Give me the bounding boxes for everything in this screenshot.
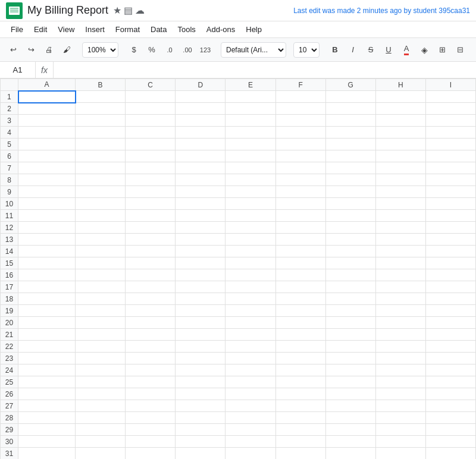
cell-B25[interactable]: [76, 376, 126, 388]
cell-C8[interactable]: [126, 174, 176, 186]
cell-H29[interactable]: [375, 424, 425, 436]
cell-G11[interactable]: [325, 210, 375, 222]
cell-H15[interactable]: [375, 257, 425, 269]
cell-A4[interactable]: [18, 127, 76, 139]
cell-E2[interactable]: [226, 103, 275, 115]
cell-G5[interactable]: [325, 139, 375, 150]
cell-I8[interactable]: [425, 174, 475, 186]
cell-A19[interactable]: [18, 305, 76, 317]
cell-H13[interactable]: [375, 234, 425, 246]
cell-A18[interactable]: [18, 293, 76, 305]
cell-C28[interactable]: [126, 412, 176, 424]
cell-I7[interactable]: [425, 162, 475, 174]
cell-H7[interactable]: [375, 162, 425, 174]
cell-H17[interactable]: [375, 281, 425, 293]
cell-G15[interactable]: [325, 257, 375, 269]
cell-G25[interactable]: [325, 376, 375, 388]
cell-C24[interactable]: [126, 364, 176, 376]
row-header-28[interactable]: 28: [1, 412, 18, 424]
cell-I26[interactable]: [425, 388, 475, 400]
cell-B26[interactable]: [76, 388, 126, 400]
cell-H21[interactable]: [375, 329, 425, 341]
cell-F18[interactable]: [275, 293, 325, 305]
col-header-B[interactable]: B: [76, 79, 126, 91]
cell-D14[interactable]: [176, 246, 226, 257]
grid-container[interactable]: ABCDEFGHI 123456789101112131415161718192…: [0, 78, 476, 459]
cell-E8[interactable]: [226, 174, 275, 186]
cell-F27[interactable]: [275, 400, 325, 412]
cell-I3[interactable]: [425, 115, 475, 127]
col-header-E[interactable]: E: [226, 79, 275, 91]
cell-B17[interactable]: [76, 281, 126, 293]
cell-I10[interactable]: [425, 198, 475, 210]
row-header-5[interactable]: 5: [1, 139, 18, 150]
row-header-17[interactable]: 17: [1, 281, 18, 293]
cell-F20[interactable]: [275, 317, 325, 329]
drive-icon[interactable]: ▤: [124, 5, 133, 16]
cell-D25[interactable]: [176, 376, 226, 388]
cell-F25[interactable]: [275, 376, 325, 388]
cell-H23[interactable]: [375, 353, 425, 364]
row-header-21[interactable]: 21: [1, 329, 18, 341]
cell-C15[interactable]: [126, 257, 176, 269]
cell-E24[interactable]: [226, 364, 275, 376]
cell-D31[interactable]: [176, 448, 226, 460]
cell-A7[interactable]: [18, 162, 76, 174]
cell-H22[interactable]: [375, 341, 425, 353]
cell-C27[interactable]: [126, 400, 176, 412]
cell-I4[interactable]: [425, 127, 475, 139]
row-header-7[interactable]: 7: [1, 162, 18, 174]
fill-color-button[interactable]: ◈: [416, 42, 433, 58]
cell-D19[interactable]: [176, 305, 226, 317]
cell-D12[interactable]: [176, 222, 226, 234]
menu-item-insert[interactable]: Insert: [80, 24, 109, 35]
cell-D8[interactable]: [176, 174, 226, 186]
cell-I23[interactable]: [425, 353, 475, 364]
cell-B9[interactable]: [76, 186, 126, 198]
cell-G20[interactable]: [325, 317, 375, 329]
cell-C7[interactable]: [126, 162, 176, 174]
cell-G8[interactable]: [325, 174, 375, 186]
cell-B30[interactable]: [76, 436, 126, 448]
cell-A15[interactable]: [18, 257, 76, 269]
cell-E20[interactable]: [226, 317, 275, 329]
menu-item-view[interactable]: View: [53, 24, 79, 35]
cell-B2[interactable]: [76, 103, 126, 115]
cell-F17[interactable]: [275, 281, 325, 293]
cell-D9[interactable]: [176, 186, 226, 198]
menu-item-tools[interactable]: Tools: [173, 24, 200, 35]
cell-F21[interactable]: [275, 329, 325, 341]
cell-H31[interactable]: [375, 448, 425, 460]
cell-E16[interactable]: [226, 269, 275, 281]
cell-G6[interactable]: [325, 150, 375, 162]
cell-C23[interactable]: [126, 353, 176, 364]
decimal-dec-button[interactable]: .0: [161, 42, 178, 58]
cell-D26[interactable]: [176, 388, 226, 400]
cell-E23[interactable]: [226, 353, 275, 364]
menu-item-file[interactable]: File: [6, 24, 28, 35]
cell-F4[interactable]: [275, 127, 325, 139]
cell-G31[interactable]: [325, 448, 375, 460]
cell-F26[interactable]: [275, 388, 325, 400]
cell-F29[interactable]: [275, 424, 325, 436]
cell-C30[interactable]: [126, 436, 176, 448]
cell-I13[interactable]: [425, 234, 475, 246]
cell-C19[interactable]: [126, 305, 176, 317]
font-size-select[interactable]: 10 8 9 11 12 14: [293, 42, 320, 58]
cell-I21[interactable]: [425, 329, 475, 341]
cell-A22[interactable]: [18, 341, 76, 353]
cell-E15[interactable]: [226, 257, 275, 269]
cell-F31[interactable]: [275, 448, 325, 460]
cell-D24[interactable]: [176, 364, 226, 376]
cell-H25[interactable]: [375, 376, 425, 388]
strikethrough-button[interactable]: S: [362, 42, 379, 58]
currency-button[interactable]: $: [126, 42, 142, 58]
menu-item-add-ons[interactable]: Add-ons: [202, 24, 240, 35]
row-header-6[interactable]: 6: [1, 150, 18, 162]
cell-H4[interactable]: [375, 127, 425, 139]
col-header-G[interactable]: G: [325, 79, 375, 91]
cell-C20[interactable]: [126, 317, 176, 329]
row-header-22[interactable]: 22: [1, 341, 18, 353]
cell-H14[interactable]: [375, 246, 425, 257]
row-header-9[interactable]: 9: [1, 186, 18, 198]
